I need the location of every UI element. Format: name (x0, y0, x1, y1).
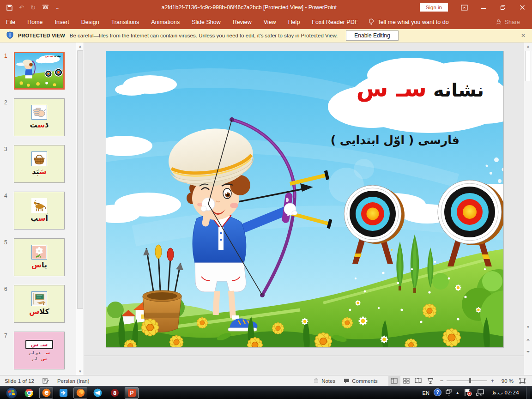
start-button[interactable] (5, 387, 18, 399)
restore-button[interactable] (493, 0, 513, 15)
zoom-slider[interactable] (447, 381, 487, 381)
notes-toggle[interactable]: Notes (309, 375, 339, 387)
language-indicator[interactable]: Persian (Iran) (57, 378, 90, 384)
thumb-word: دَس‍‍ت (30, 121, 49, 129)
slideshow-view-button[interactable] (424, 376, 436, 386)
keyboard-language-indicator[interactable]: EN (423, 390, 429, 396)
protected-view-bar: PROTECTED VIEW Be careful—files from the… (0, 29, 532, 42)
thumbnail-slide-4[interactable]: اَس‍‍ب (14, 192, 65, 230)
slide-sorter-view-button[interactable] (400, 376, 412, 386)
ribbon-display-options-icon[interactable] (454, 0, 474, 15)
thumbnail-slide-1[interactable]: نشانه سـ س (14, 52, 65, 90)
tab-design[interactable]: Design (75, 15, 105, 29)
tab-slideshow[interactable]: Slide Show (186, 15, 227, 29)
notes-pane-divider[interactable] (84, 356, 524, 356)
close-infobar-icon[interactable]: ✕ (521, 32, 526, 39)
fit-slide-to-window-button[interactable] (516, 376, 528, 386)
enable-editing-button[interactable]: Enable Editing (346, 30, 398, 41)
chrome-icon[interactable] (22, 387, 36, 399)
thumbnail-slide-2[interactable]: دَس‍‍ت (14, 98, 65, 136)
scroll-down-icon[interactable]: ▼ (524, 323, 532, 331)
reading-view-button[interactable] (412, 376, 424, 386)
save-icon[interactable] (6, 5, 12, 11)
slide-canvas[interactable]: نشانه سـ س فارسی ( اوّل ابتدایی ) (84, 42, 524, 375)
tab-foxit[interactable]: Foxit Reader PDF (306, 15, 364, 29)
notes-icon (313, 378, 319, 383)
comments-icon (344, 378, 350, 384)
show-hidden-icons[interactable]: ▲ (456, 391, 459, 395)
telegram-icon[interactable] (91, 387, 104, 399)
minimize-button[interactable] (474, 0, 493, 15)
tab-animations[interactable]: Animations (145, 15, 186, 29)
tab-review[interactable]: Review (227, 15, 258, 29)
previous-slide-icon[interactable]: ⏶ (524, 336, 532, 344)
protected-view-label: PROTECTED VIEW (18, 33, 65, 38)
thumbnail-slide-5[interactable]: یاس (14, 238, 65, 276)
slide-number: 6 (0, 285, 14, 323)
zoom-control: − + (436, 377, 498, 384)
action-center-flag-icon[interactable] (464, 388, 472, 397)
tab-insert[interactable]: Insert (49, 15, 75, 29)
close-button[interactable] (513, 0, 532, 15)
slide-number: 7 (0, 332, 14, 369)
tab-file[interactable]: File (0, 15, 21, 29)
normal-view-button[interactable] (388, 376, 400, 386)
slide-subtitle: فارسی ( اوّل ابتدایی ) (331, 133, 459, 147)
thumbnail-scrollbar[interactable]: ▲ ▼ (76, 42, 84, 375)
network-icon[interactable] (476, 389, 485, 397)
thumb-word: یاس (31, 261, 47, 269)
zoom-percentage[interactable]: 90 % (498, 378, 514, 384)
slide-number: 3 (0, 145, 14, 183)
scroll-down-icon[interactable]: ▼ (76, 368, 84, 375)
scrollbar-thumb[interactable] (77, 50, 83, 309)
comments-toggle[interactable]: Comments (339, 375, 382, 387)
status-bar: Slide 1 of 12 Persian (Iran) Notes Comme… (0, 375, 532, 386)
slide-number: 4 (0, 192, 14, 230)
powerpoint-icon[interactable]: P (125, 387, 139, 399)
redo-icon: ↻ (30, 4, 36, 11)
zoom-slider-thumb[interactable] (469, 378, 471, 383)
customize-qat-icon[interactable]: ⌄ (55, 5, 60, 11)
tell-me-box[interactable]: Tell me what you want to do (369, 18, 448, 25)
share-button[interactable]: Share (496, 19, 520, 25)
tab-view[interactable]: View (258, 15, 282, 29)
powerpoint-window: ↶ ↻ ⌄ a2fd1b2f-7136-4c9c-998b-06f46c7a2b… (0, 0, 532, 399)
proofing-icon[interactable] (42, 377, 49, 385)
taskbar-apps: 8 P (22, 387, 139, 399)
slide-number: 2 (0, 98, 14, 136)
zoom-in-icon[interactable]: + (490, 377, 494, 384)
letter-row: سآخر (31, 357, 47, 361)
red-messenger-icon[interactable]: 8 (108, 387, 121, 399)
tab-transitions[interactable]: Transitions (105, 15, 145, 29)
scrollbar-thumb[interactable] (525, 51, 531, 81)
slide-counter[interactable]: Slide 1 of 12 (5, 378, 34, 384)
tab-home[interactable]: Home (21, 15, 48, 29)
thumbnail-slide-6[interactable]: کلاس (14, 285, 65, 323)
basket-image (31, 151, 47, 166)
show-desktop-button[interactable] (526, 387, 530, 399)
zoom-out-icon[interactable]: − (440, 377, 444, 384)
protected-view-message: Be careful—files from the Internet can c… (70, 33, 338, 38)
eitaa-icon[interactable] (39, 387, 53, 399)
language-bar-options-icon[interactable] (446, 389, 452, 397)
firefox-icon[interactable] (73, 387, 87, 399)
files-app-icon[interactable] (56, 387, 70, 399)
person-icon (496, 19, 502, 25)
horse-image (31, 198, 47, 213)
next-slide-icon[interactable]: ⏷ (524, 348, 532, 356)
main-scrollbar[interactable]: ▲ ▼ ⏶ ⏷ (524, 42, 532, 375)
slide-1-editing-area[interactable]: نشانه سـ س فارسی ( اوّل ابتدایی ) (106, 51, 504, 348)
scroll-up-icon[interactable]: ▲ (76, 42, 84, 50)
thumb1-title: نشانه سـ س (45, 54, 61, 58)
taskbar-clock[interactable]: 02:24 ب.ظ (489, 390, 522, 396)
start-slideshow-icon[interactable] (42, 5, 49, 11)
thumbnail-slide-7[interactable]: سـ س سـغیر آخر سآخر (14, 332, 65, 369)
slide-number: 5 (0, 238, 14, 276)
ribbon-tab-bar: File Home Insert Design Transitions Anim… (0, 15, 532, 29)
tab-help[interactable]: Help (282, 15, 306, 29)
sign-in-button[interactable]: Sign in (420, 3, 448, 12)
thumbnail-slide-3[interactable]: سَ‍‍بَد (14, 145, 65, 183)
letter-row: سـغیر آخر (29, 351, 50, 355)
scroll-up-icon[interactable]: ▲ (524, 42, 532, 50)
language-help-icon[interactable]: ? (434, 388, 441, 397)
